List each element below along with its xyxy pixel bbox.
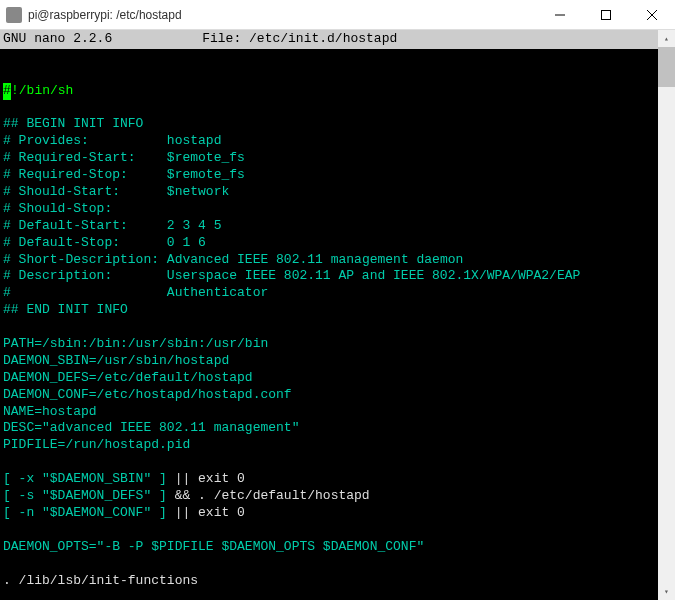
init-begin: ## BEGIN INIT INFO <box>3 116 143 131</box>
var-desc: DESC="advanced IEEE 802.11 management" <box>3 420 299 435</box>
daemon-opts: DAEMON_OPTS="-B -P $PIDFILE $DAEMON_OPTS… <box>3 539 424 554</box>
scroll-down-arrow[interactable]: ▾ <box>658 583 675 600</box>
init-desc-v: Userspace IEEE 802.11 AP and IEEE 802.1X… <box>167 268 580 283</box>
init-shortdesc-v: Advanced IEEE 802.11 management daemon <box>167 252 463 267</box>
maximize-icon <box>601 10 611 20</box>
window-title: pi@raspberrypi: /etc/hostapd <box>28 8 537 22</box>
init-shouldstart-v: $network <box>167 184 229 199</box>
init-shouldstart-k: # Should-Start: <box>3 184 120 199</box>
test-conf-pre: [ -n "$DAEMON_CONF" ] <box>3 505 175 520</box>
test-sbin-post: || exit 0 <box>175 471 245 486</box>
blank-line <box>3 66 11 81</box>
test-defs-post: && . /etc/default/hostapd <box>175 488 370 503</box>
init-shouldstop-k: # Should-Stop: <box>3 201 112 216</box>
source-line: . /lib/lsb/init-functions <box>3 573 198 588</box>
cursor: # <box>3 83 11 100</box>
blank-line <box>3 454 11 469</box>
init-defstart-k: # Default-Start: <box>3 218 128 233</box>
init-defstop-v: 0 1 6 <box>167 235 206 250</box>
init-reqstop-k: # Required-Stop: <box>3 167 128 182</box>
terminal[interactable]: GNU nano 2.2.6 File: /etc/init.d/hostapd… <box>0 30 658 600</box>
maximize-button[interactable] <box>583 0 629 30</box>
scroll-up-arrow[interactable]: ▴ <box>658 30 675 47</box>
test-sbin-pre: [ -x "$DAEMON_SBIN" ] <box>3 471 175 486</box>
init-desc-cont: # <box>3 285 167 300</box>
init-provides-v: hostapd <box>167 133 222 148</box>
minimize-icon <box>555 10 565 20</box>
var-sbin: DAEMON_SBIN=/usr/sbin/hostapd <box>3 353 229 368</box>
init-reqstart-v: $remote_fs <box>167 150 245 165</box>
shebang: !/bin/sh <box>11 83 73 98</box>
var-defs: DAEMON_DEFS=/etc/default/hostapd <box>3 370 253 385</box>
var-pidfile: PIDFILE=/run/hostapd.pid <box>3 437 190 452</box>
window-icon <box>6 7 22 23</box>
blank-line <box>3 100 11 115</box>
nano-file: File: /etc/init.d/hostapd <box>112 31 655 48</box>
close-icon <box>647 10 657 20</box>
init-end: ## END INIT INFO <box>3 302 128 317</box>
nano-header: GNU nano 2.2.6 File: /etc/init.d/hostapd <box>0 30 658 49</box>
svg-rect-1 <box>602 10 611 19</box>
editor-content[interactable]: #!/bin/sh ## BEGIN INIT INFO # Provides:… <box>0 49 658 600</box>
init-provides-k: # Provides: <box>3 133 89 148</box>
scrollbar[interactable]: ▴ ▾ <box>658 30 675 600</box>
window-controls <box>537 0 675 30</box>
blank-line <box>3 522 11 537</box>
test-defs-pre: [ -s "$DAEMON_DEFS" ] <box>3 488 175 503</box>
close-button[interactable] <box>629 0 675 30</box>
blank-line <box>3 556 11 571</box>
init-reqstart-k: # Required-Start: <box>3 150 136 165</box>
var-path: PATH=/sbin:/bin:/usr/sbin:/usr/bin <box>3 336 268 351</box>
minimize-button[interactable] <box>537 0 583 30</box>
init-shortdesc-k: # Short-Description: <box>3 252 159 267</box>
terminal-wrapper: GNU nano 2.2.6 File: /etc/init.d/hostapd… <box>0 30 675 600</box>
var-conf: DAEMON_CONF=/etc/hostapd/hostapd.conf <box>3 387 292 402</box>
blank-line <box>3 319 11 334</box>
init-desc-k: # Description: <box>3 268 112 283</box>
test-conf-post: || exit 0 <box>175 505 245 520</box>
init-defstart-v: 2 3 4 5 <box>167 218 222 233</box>
var-name: NAME=hostapd <box>3 404 97 419</box>
init-defstop-k: # Default-Stop: <box>3 235 120 250</box>
window-titlebar: pi@raspberrypi: /etc/hostapd <box>0 0 675 30</box>
scroll-thumb[interactable] <box>658 47 675 87</box>
nano-version: GNU nano 2.2.6 <box>3 31 112 48</box>
blank-line <box>3 589 11 600</box>
init-reqstop-v: $remote_fs <box>167 167 245 182</box>
